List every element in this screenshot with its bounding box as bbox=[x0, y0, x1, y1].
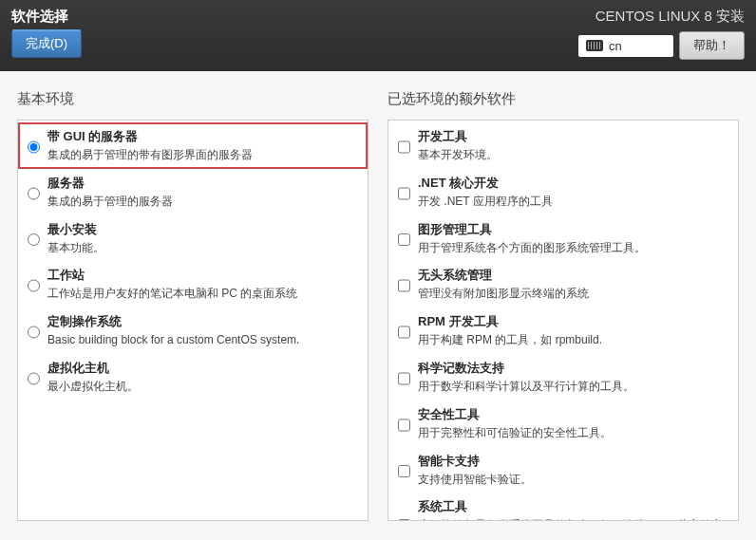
option-name: .NET 核心开发 bbox=[418, 175, 553, 192]
option-desc: 管理没有附加图形显示终端的系统 bbox=[418, 286, 589, 302]
option-desc: 基本开发环境。 bbox=[418, 147, 498, 163]
keyboard-layout-label: cn bbox=[609, 39, 622, 53]
option-text: 工作站工作站是用户友好的笔记本电脑和 PC 的桌面系统 bbox=[47, 267, 297, 302]
option-desc: 用于完整性和可信验证的安全性工具。 bbox=[418, 425, 612, 441]
option-desc: Basic building block for a custom CentOS… bbox=[47, 332, 299, 348]
base-env-radio[interactable] bbox=[28, 131, 40, 163]
option-desc: 基本功能。 bbox=[47, 240, 104, 256]
option-name: 智能卡支持 bbox=[418, 453, 532, 470]
option-text: 虚拟化主机最小虚拟化主机。 bbox=[47, 360, 139, 395]
base-env-item[interactable]: 最小安装基本功能。 bbox=[18, 215, 368, 262]
option-name: 科学记数法支持 bbox=[418, 360, 634, 377]
base-env-radio[interactable] bbox=[28, 224, 40, 256]
option-name: RPM 开发工具 bbox=[418, 313, 602, 330]
addon-item[interactable]: 安全性工具用于完整性和可信验证的安全性工具。 bbox=[388, 400, 738, 447]
base-env-title: 基本环境 bbox=[17, 90, 369, 108]
option-text: 最小安装基本功能。 bbox=[47, 221, 104, 256]
option-text: 系统工具这组软件包是各类系统工具的集合，如：连接 SMB 共享的客户；监控网络交… bbox=[418, 498, 728, 521]
option-name: 服务器 bbox=[47, 175, 173, 192]
addon-checkbox[interactable] bbox=[398, 409, 410, 441]
topbar-left: 软件选择 完成(D) bbox=[11, 8, 82, 71]
option-name: 定制操作系统 bbox=[47, 313, 299, 330]
option-name: 无头系统管理 bbox=[418, 267, 589, 284]
option-text: 带 GUI 的服务器集成的易于管理的带有图形界面的服务器 bbox=[47, 128, 253, 163]
addon-item[interactable]: 开发工具基本开发环境。 bbox=[388, 122, 738, 169]
option-name: 安全性工具 bbox=[418, 406, 612, 423]
option-text: 安全性工具用于完整性和可信验证的安全性工具。 bbox=[418, 406, 612, 441]
option-name: 开发工具 bbox=[418, 128, 498, 145]
option-name: 带 GUI 的服务器 bbox=[47, 128, 253, 145]
option-text: 开发工具基本开发环境。 bbox=[418, 128, 498, 163]
option-name: 图形管理工具 bbox=[418, 221, 646, 238]
keyboard-layout-indicator[interactable]: cn bbox=[578, 35, 673, 57]
option-text: .NET 核心开发开发 .NET 应用程序的工具 bbox=[418, 175, 553, 210]
page-title: 软件选择 bbox=[11, 8, 82, 26]
option-text: 无头系统管理管理没有附加图形显示终端的系统 bbox=[418, 267, 589, 302]
base-env-list[interactable]: 带 GUI 的服务器集成的易于管理的带有图形界面的服务器服务器集成的易于管理的服… bbox=[17, 120, 369, 521]
addon-checkbox[interactable] bbox=[398, 456, 410, 488]
option-desc: 集成的易于管理的服务器 bbox=[47, 194, 173, 210]
option-text: 智能卡支持支持使用智能卡验证。 bbox=[418, 453, 532, 488]
addon-checkbox[interactable] bbox=[398, 363, 410, 395]
addon-item[interactable]: 科学记数法支持用于数学和科学计算以及平行计算的工具。 bbox=[388, 354, 738, 400]
option-desc: 用于构建 RPM 的工具，如 rpmbuild. bbox=[418, 332, 602, 348]
option-desc: 工作站是用户友好的笔记本电脑和 PC 的桌面系统 bbox=[47, 286, 297, 302]
topbar-right: CENTOS LINUX 8 安装 cn 帮助！ bbox=[578, 8, 745, 71]
addon-checkbox[interactable] bbox=[398, 316, 410, 348]
base-env-radio[interactable] bbox=[28, 177, 40, 210]
top-bar: 软件选择 完成(D) CENTOS LINUX 8 安装 cn 帮助！ bbox=[0, 0, 756, 71]
addon-checkbox[interactable] bbox=[398, 270, 410, 302]
base-env-radio[interactable] bbox=[28, 270, 40, 302]
base-env-item[interactable]: 工作站工作站是用户友好的笔记本电脑和 PC 的桌面系统 bbox=[18, 261, 368, 307]
addon-checkbox[interactable] bbox=[398, 131, 410, 163]
keyboard-icon bbox=[586, 40, 603, 51]
base-env-radio[interactable] bbox=[28, 316, 40, 348]
option-desc: 用于管理系统各个方面的图形系统管理工具。 bbox=[418, 240, 646, 256]
option-name: 系统工具 bbox=[418, 498, 728, 515]
option-desc: 开发 .NET 应用程序的工具 bbox=[418, 194, 553, 210]
addon-software-column: 已选环境的额外软件 开发工具基本开发环境。.NET 核心开发开发 .NET 应用… bbox=[387, 90, 739, 521]
base-env-item[interactable]: 带 GUI 的服务器集成的易于管理的带有图形界面的服务器 bbox=[18, 122, 368, 169]
addon-title: 已选环境的额外软件 bbox=[387, 90, 739, 108]
addon-item[interactable]: 智能卡支持支持使用智能卡验证。 bbox=[388, 447, 738, 493]
done-button[interactable]: 完成(D) bbox=[11, 29, 82, 58]
addon-item[interactable]: RPM 开发工具用于构建 RPM 的工具，如 rpmbuild. bbox=[388, 307, 738, 354]
option-text: 服务器集成的易于管理的服务器 bbox=[47, 175, 173, 210]
addon-checkbox[interactable] bbox=[398, 177, 410, 210]
addon-item[interactable]: .NET 核心开发开发 .NET 应用程序的工具 bbox=[388, 169, 738, 215]
option-name: 虚拟化主机 bbox=[47, 360, 139, 377]
addon-item[interactable]: 无头系统管理管理没有附加图形显示终端的系统 bbox=[388, 261, 738, 307]
addon-item[interactable]: 系统工具这组软件包是各类系统工具的集合，如：连接 SMB 共享的客户；监控网络交… bbox=[388, 493, 738, 521]
option-text: 科学记数法支持用于数学和科学计算以及平行计算的工具。 bbox=[418, 360, 634, 395]
installer-title: CENTOS LINUX 8 安装 bbox=[595, 8, 745, 26]
option-desc: 集成的易于管理的带有图形界面的服务器 bbox=[47, 147, 253, 163]
help-button[interactable]: 帮助！ bbox=[679, 31, 745, 60]
option-text: 图形管理工具用于管理系统各个方面的图形系统管理工具。 bbox=[418, 221, 646, 256]
addon-item[interactable]: 图形管理工具用于管理系统各个方面的图形系统管理工具。 bbox=[388, 215, 738, 262]
topbar-right-row: cn 帮助！ bbox=[578, 31, 745, 60]
base-env-item[interactable]: 虚拟化主机最小虚拟化主机。 bbox=[18, 354, 368, 400]
option-desc: 用于数学和科学计算以及平行计算的工具。 bbox=[418, 379, 634, 395]
addon-checkbox[interactable] bbox=[398, 501, 410, 521]
option-desc: 这组软件包是各类系统工具的集合，如：连接 SMB 共享的客户；监控网络交通的工具… bbox=[418, 517, 728, 521]
addon-checkbox[interactable] bbox=[398, 224, 410, 256]
base-env-radio[interactable] bbox=[28, 363, 40, 395]
base-environment-column: 基本环境 带 GUI 的服务器集成的易于管理的带有图形界面的服务器服务器集成的易… bbox=[17, 90, 369, 521]
option-text: RPM 开发工具用于构建 RPM 的工具，如 rpmbuild. bbox=[418, 313, 602, 348]
option-name: 最小安装 bbox=[47, 221, 104, 238]
content-area: 基本环境 带 GUI 的服务器集成的易于管理的带有图形界面的服务器服务器集成的易… bbox=[0, 71, 756, 540]
base-env-item[interactable]: 定制操作系统Basic building block for a custom … bbox=[18, 307, 368, 354]
option-name: 工作站 bbox=[47, 267, 297, 284]
addon-list[interactable]: 开发工具基本开发环境。.NET 核心开发开发 .NET 应用程序的工具图形管理工… bbox=[387, 120, 739, 521]
base-env-item[interactable]: 服务器集成的易于管理的服务器 bbox=[18, 169, 368, 215]
option-desc: 支持使用智能卡验证。 bbox=[418, 472, 532, 488]
option-desc: 最小虚拟化主机。 bbox=[47, 379, 139, 395]
option-text: 定制操作系统Basic building block for a custom … bbox=[47, 313, 299, 348]
